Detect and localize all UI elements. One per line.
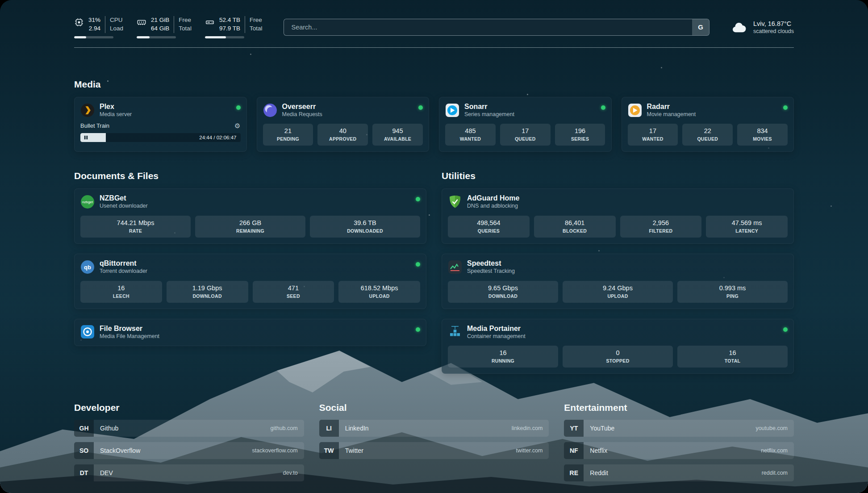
cpu-icon <box>74 17 84 27</box>
gear-icon[interactable]: ⚙ <box>234 122 240 129</box>
bookmark-abbr: NF <box>564 442 584 459</box>
stat-wanted: 485 WANTED <box>445 124 496 146</box>
search-input[interactable] <box>284 19 709 36</box>
stat-total: 16 TOTAL <box>677 346 788 368</box>
service-name: Plex <box>100 102 132 111</box>
service-card-sonarr[interactable]: Sonarr Series management 485 WANTED 17 Q… <box>439 97 612 152</box>
svg-text:qb: qb <box>84 264 91 271</box>
service-desc: Torrent downloader <box>100 268 147 275</box>
stat-filtered: 2,956 FILTERED <box>620 216 702 238</box>
bookmark-url: dev.to <box>283 470 304 476</box>
status-indicator <box>416 262 420 267</box>
bookmark-youtube[interactable]: YT YouTube youtube.com <box>564 420 794 437</box>
service-name: Radarr <box>647 102 696 111</box>
bookmark-abbr: DT <box>74 464 94 481</box>
bookmark-url: github.com <box>271 425 304 431</box>
search-provider-button[interactable]: G <box>692 19 709 35</box>
bookmark-twitter[interactable]: TW Twitter twitter.com <box>319 442 549 459</box>
bookmark-name: Twitter <box>339 447 363 454</box>
bookmark-url: twitter.com <box>516 447 549 454</box>
service-desc: Speedtest Tracking <box>467 268 515 275</box>
service-card-speedtest[interactable]: Speedtest Speedtest Tracking 9.65 Gbps D… <box>442 254 794 309</box>
bookmark-url: reddit.com <box>762 470 794 476</box>
section-entertainment: Entertainment YT YouTube youtube.com NF … <box>564 402 794 481</box>
portainer-icon <box>448 325 462 339</box>
status-indicator <box>416 327 420 332</box>
bookmark-github[interactable]: GH Github github.com <box>74 420 304 437</box>
disk-total-value: 97.9 TB <box>219 25 240 33</box>
bookmark-name: YouTube <box>584 425 614 432</box>
section-developer: Developer GH Github github.com SO StackO… <box>74 402 304 481</box>
now-playing-title: Bullet Train <box>80 122 109 129</box>
ram-progress-fill <box>137 36 150 38</box>
status-indicator <box>418 105 423 110</box>
bookmark-name: Netflix <box>584 447 607 454</box>
service-card-radarr[interactable]: Radarr Movie management 17 WANTED 22 QUE… <box>622 97 794 152</box>
service-card-nzbget[interactable]: nzbget NZBGet Usenet downloader 744.21 M… <box>74 188 426 244</box>
plex-icon <box>80 103 95 117</box>
stat-remaining: 266 GB REMAINING <box>195 216 305 238</box>
bookmark-abbr: YT <box>564 420 584 437</box>
service-card-qbittorrent[interactable]: qb qBittorrent Torrent downloader 16 <box>74 254 426 309</box>
ram-total-value: 64 GiB <box>151 25 169 33</box>
section-title-developer: Developer <box>74 402 304 413</box>
service-name: Speedtest <box>467 259 515 268</box>
pause-icon <box>83 135 88 140</box>
bookmark-name: StackOverflow <box>94 447 140 454</box>
bookmark-dev[interactable]: DT DEV dev.to <box>74 464 304 481</box>
section-media: Media Plex Media server <box>74 79 794 152</box>
bookmark-url: stackoverflow.com <box>252 447 304 454</box>
service-name: Sonarr <box>464 102 514 111</box>
service-desc: DNS and adblocking <box>467 203 519 210</box>
service-desc: Series management <box>464 111 514 118</box>
bookmark-name: LinkedIn <box>339 425 369 432</box>
cpu-progress-track <box>74 36 113 38</box>
service-desc: Media File Management <box>100 333 159 340</box>
ram-widget: 21 GiB 64 GiB Free Total <box>137 16 192 38</box>
disk-icon <box>205 17 215 27</box>
weather-widget: Lviv, 16.87°C scattered clouds <box>731 20 794 34</box>
stat-upload: 9.24 Gbps UPLOAD <box>563 281 673 303</box>
section-title-documents: Documents & Files <box>74 171 426 181</box>
cpu-load-value: 2.94 <box>88 25 100 33</box>
service-desc: Container management <box>467 333 526 340</box>
nzbget-icon: nzbget <box>80 195 95 209</box>
status-indicator <box>416 197 420 201</box>
service-card-plex[interactable]: Plex Media server Bullet Train ⚙ 24:44 /… <box>74 97 247 152</box>
bookmark-abbr: TW <box>319 442 339 459</box>
bookmark-abbr: GH <box>74 420 94 437</box>
search-bar: G <box>284 19 709 36</box>
stat-pending: 21 PENDING <box>263 124 313 146</box>
disk-free-label: Free <box>250 16 263 25</box>
cpu-load-label: Load <box>110 25 123 33</box>
cpu-widget: 31% 2.94 CPU Load <box>74 16 123 38</box>
section-title-social: Social <box>319 402 549 413</box>
stat-series: 196 SERIES <box>555 124 605 146</box>
stat-running: 16 RUNNING <box>448 346 558 368</box>
stat-download: 1.19 Gbps DOWNLOAD <box>167 281 248 303</box>
service-card-overseerr[interactable]: Overseerr Media Requests 21 PENDING 40 A… <box>257 97 430 152</box>
ram-icon <box>137 17 146 27</box>
bookmark-reddit[interactable]: RE Reddit reddit.com <box>564 464 794 481</box>
stat-rate: 744.21 Mbps RATE <box>80 216 191 238</box>
section-title-utilities: Utilities <box>442 171 794 181</box>
section-social: Social LI LinkedIn linkedin.com TW Twitt… <box>319 402 549 481</box>
weather-location: Lviv, 16.87°C <box>753 20 794 27</box>
service-card-filebrowser[interactable]: File Browser Media File Management <box>74 319 426 347</box>
bookmark-linkedin[interactable]: LI LinkedIn linkedin.com <box>319 420 549 437</box>
status-indicator <box>783 327 788 332</box>
overseerr-icon <box>263 103 277 117</box>
service-desc: Movie management <box>647 111 696 118</box>
bookmark-name: Github <box>94 425 118 432</box>
status-indicator <box>783 105 788 110</box>
service-card-adguard[interactable]: AdGuard Home DNS and adblocking 498,564 … <box>442 188 794 244</box>
bookmark-netflix[interactable]: NF Netflix netflix.com <box>564 442 794 459</box>
stat-queued: 22 QUEUED <box>682 124 733 146</box>
service-name: Overseerr <box>282 102 322 111</box>
bookmark-stackoverflow[interactable]: SO StackOverflow stackoverflow.com <box>74 442 304 459</box>
disk-widget: 52.4 TB 97.9 TB Free Total <box>205 16 263 38</box>
service-card-portainer[interactable]: Media Portainer Container management 16 … <box>442 319 794 374</box>
ram-free-label: Free <box>179 16 192 25</box>
stat-movies: 834 MOVIES <box>737 124 788 146</box>
status-indicator <box>601 105 605 110</box>
